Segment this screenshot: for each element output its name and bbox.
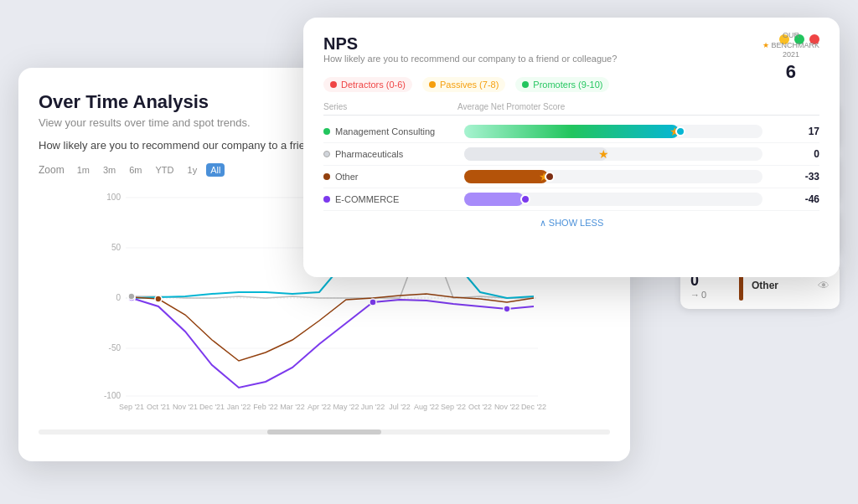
bar-other: ★ [464, 170, 762, 183]
nps-legend-pills: Detractors (0-6) Passives (7-8) Promoter… [323, 77, 819, 92]
bar-fill-other: ★ [464, 170, 548, 183]
nps-table-header: Series Average Net Promoter Score [323, 102, 819, 116]
svg-text:0: 0 [116, 293, 121, 302]
svg-text:Dec '21: Dec '21 [199, 403, 225, 411]
svg-text:Sep '22: Sep '22 [441, 403, 466, 411]
series-label-ecommerce: E-COMMERCE [335, 194, 399, 204]
svg-text:May '22: May '22 [333, 403, 359, 411]
passives-label: Passives (7-8) [440, 80, 499, 90]
series-label-mgmt: Management Consulting [335, 126, 435, 136]
svg-text:50: 50 [111, 243, 121, 252]
svg-text:-100: -100 [104, 391, 121, 400]
zoom-3m[interactable]: 3m [99, 163, 120, 177]
bar-fill-ecommerce [464, 193, 524, 206]
nps-card: NPS How likely are you to recommend our … [303, 18, 840, 277]
series-name-ecommerce: E-COMMERCE [323, 194, 457, 204]
nps-row-pharma: Pharmaceuticals ★ 0 [323, 143, 819, 166]
zoom-1y[interactable]: 1y [183, 163, 202, 177]
nps-row-ecommerce: E-COMMERCE -46 [323, 188, 819, 211]
svg-text:Aug '22: Aug '22 [414, 403, 439, 411]
detractors-dot [330, 81, 337, 88]
nps-header: NPS How likely are you to recommend our … [323, 34, 819, 72]
svg-point-16 [128, 293, 135, 300]
svg-text:Oct '22: Oct '22 [468, 403, 492, 411]
promoters-label: Promoters (9-10) [533, 80, 602, 90]
svg-text:Jun '22: Jun '22 [361, 403, 385, 411]
series-dot-ecommerce [323, 196, 330, 203]
nps-row-other: Other ★ -33 [323, 166, 819, 188]
svg-point-15 [504, 306, 510, 312]
pill-promoters: Promoters (9-10) [515, 77, 609, 92]
score-mgmt: 17 [769, 126, 819, 137]
benchmark-badge: OUR★ BENCHMARK2021 6 [762, 31, 819, 85]
zoom-label: Zoom [39, 164, 65, 176]
series-label-other: Other [335, 172, 359, 182]
score-other: -33 [769, 171, 819, 183]
svg-point-14 [370, 299, 376, 306]
bar-ecommerce [464, 193, 762, 206]
eye-icon-other[interactable]: 👁 [818, 279, 830, 292]
zoom-all[interactable]: All [206, 163, 225, 177]
series-name-other: Other [323, 172, 457, 182]
star-pharma: ★ [598, 147, 609, 161]
bar-mgmt: ★ [464, 125, 762, 138]
promoters-dot [522, 81, 529, 88]
benchmark-value: 6 [762, 60, 819, 85]
svg-text:Nov '21: Nov '21 [173, 403, 198, 411]
series-name-pharma: Pharmaceuticals [323, 149, 457, 159]
svg-text:-50: -50 [109, 343, 121, 352]
series-name-mgmt: Management Consulting [323, 126, 457, 136]
show-less-button[interactable]: ∧ SHOW LESS [323, 218, 819, 229]
zoom-1m[interactable]: 1m [73, 163, 94, 177]
bar-dot-ecommerce [520, 194, 530, 204]
svg-text:Nov '22: Nov '22 [494, 403, 519, 411]
series-dot-other [323, 173, 330, 180]
arrow-neutral-icon: → [690, 290, 700, 300]
svg-text:Apr '22: Apr '22 [308, 403, 331, 411]
series-dot-mgmt [323, 128, 330, 135]
series-col-header: Series [323, 102, 457, 111]
chart-scrollbar[interactable] [39, 429, 610, 435]
series-dot-pharma [323, 151, 330, 157]
score-col-header: Average Net Promoter Score [457, 102, 769, 111]
scrollbar-thumb[interactable] [267, 429, 381, 435]
legend-name-other: Other [752, 280, 809, 291]
score-ecommerce: -46 [769, 193, 819, 205]
bar-pharma: ★ [464, 147, 762, 161]
svg-text:Mar '22: Mar '22 [280, 403, 305, 411]
svg-text:Jul '22: Jul '22 [389, 403, 411, 411]
benchmark-label: OUR★ BENCHMARK2021 [762, 31, 819, 60]
svg-text:Dec '22: Dec '22 [521, 403, 546, 411]
svg-text:100: 100 [106, 193, 121, 202]
detractors-label: Detractors (0-6) [341, 80, 406, 90]
svg-text:Feb '22: Feb '22 [253, 403, 278, 411]
svg-text:Jan '22: Jan '22 [227, 403, 251, 411]
nps-table: Series Average Net Promoter Score Manage… [323, 102, 819, 211]
series-label-pharma: Pharmaceuticals [335, 149, 403, 159]
legend-sub-other: →0 [690, 290, 731, 300]
pill-detractors: Detractors (0-6) [323, 77, 412, 92]
svg-text:Sep '21: Sep '21 [119, 403, 144, 411]
nps-title: NPS [323, 34, 617, 54]
scene: Over Time Analysis View your results ove… [18, 18, 840, 486]
svg-point-12 [155, 296, 162, 302]
svg-text:Oct '21: Oct '21 [147, 403, 170, 411]
zoom-6m[interactable]: 6m [125, 163, 146, 177]
bar-dot-other [545, 172, 555, 182]
bar-dot-mgmt [675, 126, 685, 136]
bar-fill-pharma: ★ [464, 147, 607, 161]
bar-fill-mgmt: ★ [464, 125, 679, 138]
zoom-ytd[interactable]: YTD [152, 163, 178, 177]
score-value-header [769, 102, 819, 111]
passives-dot [429, 81, 436, 88]
score-pharma: 0 [769, 148, 819, 160]
nps-row-mgmt: Management Consulting ★ 17 [323, 121, 819, 143]
nps-question: How likely are you to recommend our comp… [323, 54, 617, 64]
pill-passives: Passives (7-8) [422, 77, 505, 92]
